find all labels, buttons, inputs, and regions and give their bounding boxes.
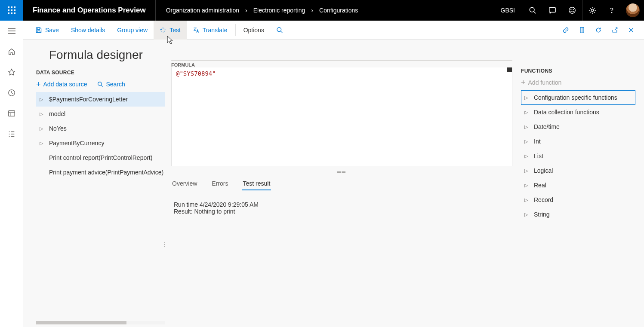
svg-point-4 — [571, 9, 571, 10]
help-icon[interactable] — [602, 0, 622, 21]
smile-feedback-icon[interactable] — [562, 0, 582, 21]
svg-rect-21 — [37, 28, 40, 29]
run-time-line: Run time 4/24/2020 9:29:05 AM — [174, 201, 510, 208]
function-category[interactable]: ▷Real — [521, 178, 635, 193]
search-icon — [97, 81, 103, 87]
breadcrumb-item[interactable]: Electronic reporting — [253, 7, 305, 14]
settings-icon[interactable] — [582, 0, 602, 21]
svg-point-5 — [573, 9, 573, 10]
svg-rect-2 — [549, 8, 555, 12]
functions-tree: ▷Configuration specific functions ▷Data … — [521, 90, 635, 222]
svg-point-23 — [277, 28, 281, 32]
tree-item[interactable]: ▷PaymentByCurrency — [36, 136, 165, 150]
tree-item[interactable]: ▷$PaymentsForCoveringLetter — [36, 92, 165, 107]
chevron-right-icon: › — [245, 7, 247, 14]
chevron-right-icon[interactable]: ▷ — [524, 124, 529, 130]
formula-editor[interactable]: @"SYS70894" — [171, 67, 512, 166]
show-details-button[interactable]: Show details — [65, 21, 111, 40]
action-search-button[interactable] — [270, 21, 289, 40]
search-icon[interactable] — [523, 0, 542, 21]
result-tabs: Overview Errors Test result — [171, 177, 512, 191]
workspaces-icon[interactable] — [7, 109, 16, 118]
tab-errors[interactable]: Errors — [211, 177, 229, 190]
popout-icon[interactable] — [610, 26, 619, 34]
svg-point-6 — [591, 9, 593, 11]
translate-button[interactable]: Translate — [187, 21, 234, 40]
app-launcher[interactable] — [0, 0, 23, 21]
function-category[interactable]: ▷Logical — [521, 163, 635, 178]
favorites-icon[interactable] — [7, 68, 16, 76]
translate-icon — [193, 27, 200, 34]
plus-icon: + — [521, 79, 526, 86]
waffle-icon — [8, 6, 15, 14]
svg-point-0 — [530, 7, 534, 12]
chevron-right-icon[interactable]: ▷ — [524, 153, 529, 159]
breadcrumb-item[interactable]: Organization administration — [166, 7, 239, 14]
result-line: Result: Nothing to print — [174, 208, 510, 215]
test-button[interactable]: Test — [154, 21, 187, 40]
link-icon[interactable] — [561, 26, 570, 34]
vertical-resize-handle[interactable]: ══ — [171, 169, 512, 175]
hamburger-icon[interactable] — [7, 27, 16, 35]
pane-resize-handle[interactable]: ⋮ — [162, 241, 165, 248]
data-source-tree: ▷$PaymentsForCoveringLetter ▷model ▷NoYe… — [36, 92, 165, 180]
tab-overview[interactable]: Overview — [171, 177, 198, 190]
scroll-corner — [507, 67, 512, 72]
save-icon — [35, 27, 42, 34]
close-icon[interactable] — [627, 26, 635, 34]
action-bar: Save Show details Group view Test Transl… — [23, 21, 644, 40]
nav-rail — [0, 21, 23, 327]
chevron-right-icon[interactable]: ▷ — [40, 141, 44, 146]
recent-icon[interactable] — [7, 89, 16, 97]
chevron-right-icon[interactable]: ▷ — [524, 95, 529, 101]
save-label: Save — [45, 27, 59, 34]
search-icon — [276, 27, 283, 34]
chevron-right-icon[interactable]: ▷ — [524, 183, 529, 188]
user-avatar[interactable] — [626, 3, 640, 17]
test-result-body: Run time 4/24/2020 9:29:05 AM Result: No… — [171, 191, 512, 225]
data-source-label: DATA SOURCE — [36, 70, 165, 76]
horizontal-scrollbar[interactable] — [36, 321, 165, 324]
chevron-right-icon: › — [311, 7, 313, 14]
tree-item[interactable]: ▷Print payment advice(PrintPaymentAdvice… — [36, 165, 165, 180]
refresh-icon[interactable] — [594, 26, 603, 34]
chevron-right-icon[interactable]: ▷ — [524, 110, 529, 115]
function-category[interactable]: ▷String — [521, 207, 635, 222]
chevron-right-icon[interactable]: ▷ — [524, 139, 529, 144]
chevron-right-icon[interactable]: ▷ — [524, 197, 529, 203]
add-data-source-button[interactable]: + Add data source — [36, 81, 87, 88]
chevron-right-icon[interactable]: ▷ — [40, 111, 44, 117]
save-button[interactable]: Save — [29, 21, 65, 40]
svg-line-1 — [534, 12, 536, 14]
add-function-button[interactable]: + Add function — [521, 79, 561, 86]
global-header: Finance and Operations Preview Organizat… — [0, 0, 644, 21]
options-button[interactable]: Options — [237, 21, 270, 40]
breadcrumb-item[interactable]: Configurations — [319, 7, 358, 14]
messages-icon[interactable] — [542, 0, 562, 21]
function-category[interactable]: ▷Configuration specific functions — [521, 90, 635, 105]
chevron-right-icon[interactable]: ▷ — [40, 126, 44, 131]
chevron-right-icon[interactable]: ▷ — [524, 212, 529, 217]
breadcrumb: Organization administration › Electronic… — [156, 7, 358, 14]
data-source-search-button[interactable]: Search — [97, 81, 125, 88]
function-category[interactable]: ▷Int — [521, 134, 635, 149]
chevron-right-icon[interactable]: ▷ — [40, 97, 44, 102]
home-icon[interactable] — [7, 47, 16, 56]
tab-test-result[interactable]: Test result — [242, 177, 271, 190]
function-category[interactable]: ▷Record — [521, 193, 635, 207]
svg-point-3 — [569, 7, 575, 13]
function-category[interactable]: ▷List — [521, 149, 635, 163]
svg-line-24 — [280, 31, 282, 33]
svg-rect-12 — [8, 111, 14, 116]
separator — [235, 24, 236, 36]
function-category[interactable]: ▷Date/time — [521, 119, 635, 134]
tree-item[interactable]: ▷NoYes — [36, 121, 165, 136]
modules-icon[interactable] — [7, 130, 16, 138]
function-category[interactable]: ▷Data collection functions — [521, 105, 635, 119]
open-new-window-icon[interactable] — [578, 26, 586, 34]
tree-item[interactable]: ▷Print control report(PrintControlReport… — [36, 150, 165, 165]
chevron-right-icon[interactable]: ▷ — [524, 168, 529, 174]
tree-item[interactable]: ▷model — [36, 107, 165, 121]
company-picker[interactable]: GBSI — [493, 7, 523, 14]
group-view-button[interactable]: Group view — [111, 21, 154, 40]
